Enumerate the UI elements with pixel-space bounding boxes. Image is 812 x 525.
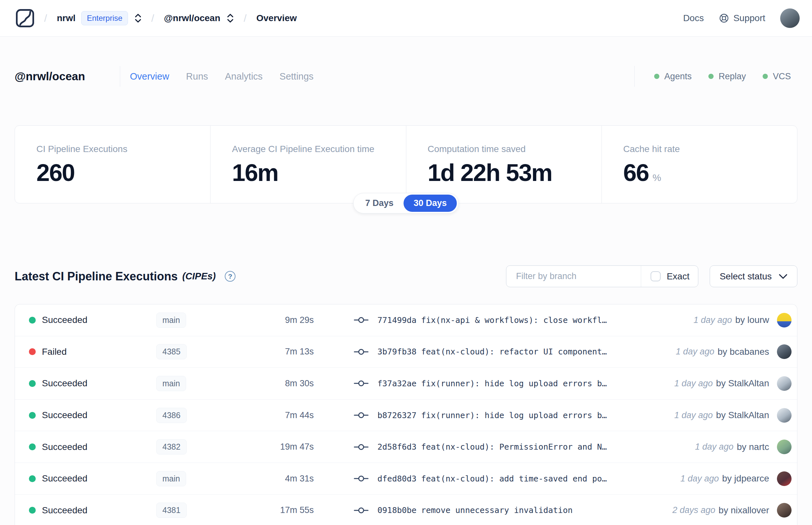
time-ago: 2 days ago [672,505,715,515]
page-title: @nrwl/ocean [15,70,85,83]
integration-statuses: Agents Replay VCS [634,66,797,87]
meta-cell: 2 days ago by nixallover [672,503,797,518]
date-range-toggle: 7 Days 30 Days [353,193,459,213]
branch-chip[interactable]: 4385 [156,344,187,359]
breadcrumb-workspace[interactable]: @nrwl/ocean [164,13,234,24]
org-switcher-icon[interactable] [135,13,142,24]
duration: 19m 47s [226,442,314,452]
branch-chip[interactable]: 4382 [156,439,187,454]
commit-cell: dfed80d3 feat(nx-cloud): add time-saved … [354,474,680,483]
status-cell: Succeeded [15,378,128,389]
workspace-tabs: Overview Runs Analytics Settings [125,68,325,85]
status-cell: Succeeded [15,442,128,452]
branch-chip[interactable]: main [156,471,186,486]
breadcrumb-org[interactable]: nrwl Enterprise [57,11,142,25]
commit-cell: 2d58f6d3 feat(nx-cloud): PermissionError… [354,442,695,452]
branch-chip[interactable]: main [156,376,186,391]
time-ago: 1 day ago [674,410,713,420]
status-label: Succeeded [42,505,87,515]
cipe-row[interactable]: Succeeded 4386 7m 44s b8726327 fix(runne… [15,400,797,432]
top-navbar: / nrwl Enterprise / @nrwl/ocean / Overvi… [0,0,812,37]
range-option-7-days[interactable]: 7 Days [355,195,403,212]
branch-filter-input[interactable] [506,266,641,287]
range-option-30-days[interactable]: 30 Days [403,195,457,212]
integration-vcs[interactable]: VCS [763,72,791,81]
tab-overview[interactable]: Overview [125,68,174,85]
stat-card-cache-hit-rate: Cache hit rate 66% [601,126,797,203]
commit-message[interactable]: 2d58f6d3 feat(nx-cloud): PermissionError… [378,442,607,452]
user-avatar[interactable] [780,9,800,28]
time-ago: 1 day ago [674,378,713,389]
commit-icon [354,474,369,483]
cipe-row[interactable]: Succeeded 4382 19m 47s 2d58f6d3 feat(nx-… [15,431,797,463]
status-cell: Failed [15,347,128,357]
status-cell: Succeeded [15,505,128,515]
stats-section: CI Pipeline Executions 260 Average CI Pi… [15,125,797,204]
breadcrumb-separator: / [44,12,47,24]
cipe-filters: Exact Select status [506,266,797,287]
commit-cell: 3b79fb38 feat(nx-cloud): refactor UI com… [354,347,676,356]
commit-hash: 2d58f6d3 [378,442,416,452]
chevron-down-icon [779,274,787,279]
commit-message[interactable]: 3b79fb38 feat(nx-cloud): refactor UI com… [378,347,607,356]
cipe-header: Latest CI Pipeline Executions (CIPEs) ? … [15,266,797,287]
exact-match-control: Exact [641,266,698,287]
integration-replay[interactable]: Replay [708,72,746,81]
commit-message[interactable]: 0918b0be remove unnecessary invalidation [378,506,572,515]
status-label: Succeeded [42,473,87,484]
cipe-row[interactable]: Succeeded main 8m 30s f37a32ae fix(runne… [15,368,797,400]
tab-runs[interactable]: Runs [181,68,213,85]
commit-subject: fix(nx-api & workflows): close workfl… [421,315,607,325]
duration: 8m 30s [226,378,314,389]
meta-cell: 1 day ago by nartc [695,439,797,454]
commit-subject: feat(nx-cloud): PermissionError and N… [421,442,607,452]
branch-chip[interactable]: 4386 [156,408,187,423]
stat-value: 66 [623,159,649,186]
author: by nixallover [718,505,769,515]
commit-icon [354,379,369,388]
breadcrumb-separator: / [244,12,246,24]
cipe-row[interactable]: Succeeded main 9m 29s 771499da fix(nx-ap… [15,304,797,336]
tab-settings[interactable]: Settings [274,68,319,85]
branch-chip[interactable]: 4381 [156,502,187,518]
commit-cell: 771499da fix(nx-api & workflows): close … [354,315,693,325]
commit-subject: feat(nx-cloud): refactor UI component… [421,347,607,356]
docs-link[interactable]: Docs [683,13,704,24]
avatar [777,439,792,454]
exact-checkbox[interactable] [650,271,661,281]
branch-cell: 4382 [128,439,226,454]
workspace-header: @nrwl/ocean Overview Runs Analytics Sett… [15,65,797,87]
commit-subject: fix(runner): hide log upload errors b… [421,411,607,420]
status-dot [29,444,36,450]
commit-hash: dfed80d3 [378,474,416,483]
branch-chip[interactable]: main [156,313,186,328]
cipe-row[interactable]: Failed 4385 7m 13s 3b79fb38 feat(nx-clou… [15,336,797,368]
commit-message[interactable]: dfed80d3 feat(nx-cloud): add time-saved … [378,474,607,483]
commit-cell: 0918b0be remove unnecessary invalidation [354,506,672,515]
branch-cell: main [128,471,226,486]
integration-agents[interactable]: Agents [654,72,691,81]
status-cell: Succeeded [15,315,128,325]
cipe-row[interactable]: Succeeded 4381 17m 55s 0918b0be remove u… [15,495,797,525]
status-select-dropdown[interactable]: Select status [710,266,797,287]
author: by jdpearce [722,473,769,484]
avatar [777,503,792,518]
tab-analytics[interactable]: Analytics [220,68,268,85]
cipe-row[interactable]: Succeeded main 4m 31s dfed80d3 feat(nx-c… [15,463,797,495]
commit-message[interactable]: f37a32ae fix(runner): hide log upload er… [378,379,607,388]
nx-cloud-logo-icon[interactable] [16,9,34,28]
divider [634,66,635,87]
commit-hash: 0918b0be [378,506,416,515]
commit-subject: remove unnecessary invalidation [421,506,572,515]
cipe-section: Latest CI Pipeline Executions (CIPEs) ? … [15,266,797,525]
workspace-switcher-icon[interactable] [227,13,234,24]
commit-message[interactable]: 771499da fix(nx-api & workflows): close … [378,315,607,325]
support-link[interactable]: Support [719,13,765,24]
commit-message[interactable]: b8726327 fix(runner): hide log upload er… [378,411,607,420]
status-dot [29,412,36,419]
branch-cell: 4386 [128,408,226,423]
status-dot [29,475,36,482]
help-icon[interactable]: ? [225,271,235,282]
status-label: Succeeded [42,442,87,452]
status-dot [29,507,36,514]
